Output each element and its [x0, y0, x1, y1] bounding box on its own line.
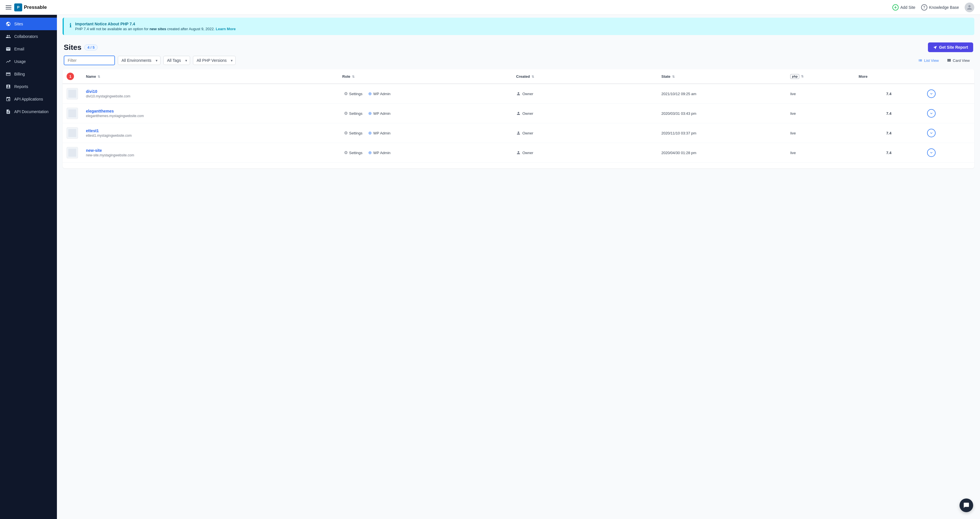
site-url: divi10.mystagingwebsite.com [86, 94, 334, 98]
php-version-value: 7.4 [886, 111, 891, 116]
sidebar-item-api-documentation[interactable]: API Documentation [0, 105, 57, 118]
role-label: Owner [522, 131, 533, 135]
sites-label: Sites [14, 22, 23, 26]
th-state[interactable]: State ⇅ [657, 69, 786, 84]
filters-left: All Environments Production Staging All … [64, 56, 235, 65]
sidebar-item-email[interactable]: Email [0, 43, 57, 55]
th-php[interactable]: php ⇅ [786, 69, 854, 84]
logo-text: Pressable [24, 5, 47, 10]
wp-admin-button[interactable]: ⊕ WP Admin [366, 149, 392, 156]
hamburger-button[interactable] [6, 5, 11, 10]
top-header: P Pressable + Add Site ? Knowledge Base [0, 0, 980, 15]
row-thumb-cell [63, 104, 82, 123]
created-date: 2020/03/31 03:43 pm [661, 111, 696, 116]
notice-banner: ℹ Important Notice About PHP 7.4 PHP 7.4… [63, 18, 974, 35]
chat-widget-button[interactable] [959, 498, 973, 512]
tags-select[interactable]: All Tags [163, 56, 190, 65]
wp-admin-button[interactable]: ⊕ WP Admin [366, 110, 392, 117]
notice-learn-more-link[interactable]: Learn More [216, 27, 235, 31]
site-thumb-image [68, 129, 76, 137]
row-actions-cell: ⚙ Settings ⊕ WP Admin [338, 104, 512, 123]
row-php-cell: 7.4 [855, 84, 923, 104]
row-role-cell: Owner [512, 143, 657, 163]
sidebar-item-usage[interactable]: Usage [0, 55, 57, 68]
sidebar-item-billing[interactable]: Billing [0, 68, 57, 80]
site-thumbnail [67, 108, 78, 119]
gear-icon: ⚙ [344, 91, 348, 96]
more-options-button[interactable] [927, 89, 935, 98]
row-role-cell: Owner [512, 104, 657, 123]
list-view-button[interactable]: List View [915, 56, 942, 64]
row-created-cell: 2020/11/10 03:37 pm [657, 123, 786, 143]
email-label: Email [14, 47, 24, 51]
th-name[interactable]: Name ⇅ [82, 69, 338, 84]
settings-button[interactable]: ⚙ Settings [342, 149, 364, 156]
more-options-button[interactable] [927, 109, 935, 118]
notice-body: Important Notice About PHP 7.4 PHP 7.4 w… [75, 22, 235, 31]
gear-icon: ⚙ [344, 131, 348, 136]
php-version-value: 7.4 [886, 131, 891, 135]
site-name-link[interactable]: divi10 [86, 89, 334, 94]
sidebar-item-reports[interactable]: Reports [0, 80, 57, 93]
th-role[interactable]: Role ⇅ [338, 69, 512, 84]
row-thumb-cell [63, 143, 82, 163]
site-thumb-image [68, 149, 76, 156]
row-php-cell: 7.4 [855, 143, 923, 163]
php-version-select[interactable]: All PHP Versions [193, 56, 235, 65]
page-title: Sites [64, 43, 81, 52]
filters-row: All Environments Production Staging All … [57, 56, 980, 69]
wp-admin-button[interactable]: ⊕ WP Admin [366, 129, 392, 137]
row-php-cell: 7.4 [855, 123, 923, 143]
site-name-link[interactable]: ettest1 [86, 128, 334, 133]
gear-icon: ⚙ [344, 111, 348, 116]
site-name-link[interactable]: elegantthemes [86, 109, 334, 113]
knowledge-base-button[interactable]: ? Knowledge Base [921, 4, 959, 11]
more-options-button[interactable] [927, 149, 935, 157]
row-name-cell: ettest1 ettest1.mystagingwebsite.com [82, 123, 338, 143]
row-role-cell: Owner [512, 84, 657, 104]
sites-tbody: divi10 divi10.mystagingwebsite.com ⚙ Set… [63, 84, 974, 163]
add-site-icon: + [892, 4, 899, 11]
row-created-cell: 2020/03/31 03:43 pm [657, 104, 786, 123]
main-content: ℹ Important Notice About PHP 7.4 PHP 7.4… [57, 15, 980, 519]
role-label: Owner [522, 111, 533, 116]
person-icon [516, 91, 521, 96]
row-state-cell: live [786, 143, 854, 163]
state-badge: live [790, 92, 796, 96]
more-options-button[interactable] [927, 129, 935, 137]
person-icon [516, 131, 521, 135]
api-applications-icon [5, 96, 11, 102]
created-sort-icon: ⇅ [531, 75, 534, 78]
site-url: ettest1.mystagingwebsite.com [86, 134, 334, 137]
sidebar-item-collaborators[interactable]: Collaborators [0, 30, 57, 43]
settings-button[interactable]: ⚙ Settings [342, 90, 364, 97]
role-label: Owner [522, 92, 533, 96]
billing-icon [5, 71, 11, 77]
created-date: 2021/10/12 09:25 am [661, 92, 696, 96]
get-site-report-button[interactable]: Get Site Report [928, 42, 973, 52]
settings-button[interactable]: ⚙ Settings [342, 110, 364, 117]
gear-icon: ⚙ [344, 150, 348, 155]
row-actions-cell: ⚙ Settings ⊕ WP Admin [338, 143, 512, 163]
add-site-button[interactable]: + Add Site [892, 4, 915, 11]
row-more-cell [923, 123, 974, 143]
get-report-label: Get Site Report [939, 45, 968, 50]
card-view-button[interactable]: Card View [943, 56, 973, 64]
site-thumb-image [68, 90, 76, 98]
site-thumbnail [67, 88, 78, 99]
site-name-link[interactable]: new-site [86, 148, 334, 153]
state-badge: live [790, 111, 796, 116]
environment-select[interactable]: All Environments Production Staging [118, 56, 161, 65]
usage-label: Usage [14, 59, 25, 64]
table-header-row: 1 Name ⇅ Role ⇅ Created ⇅ [63, 69, 974, 84]
sidebar-item-sites[interactable]: Sites [0, 18, 57, 30]
filter-input[interactable] [64, 56, 115, 65]
wp-admin-button[interactable]: ⊕ WP Admin [366, 90, 392, 97]
th-created[interactable]: Created ⇅ [512, 69, 657, 84]
settings-button[interactable]: ⚙ Settings [342, 129, 364, 137]
sidebar-item-api-applications[interactable]: API Applications [0, 93, 57, 105]
php-select-wrap: All PHP Versions [193, 56, 235, 65]
header-left: P Pressable [6, 3, 47, 11]
user-avatar[interactable] [965, 3, 974, 12]
table-row: elegantthemes elegantthemes.mystagingweb… [63, 104, 974, 123]
